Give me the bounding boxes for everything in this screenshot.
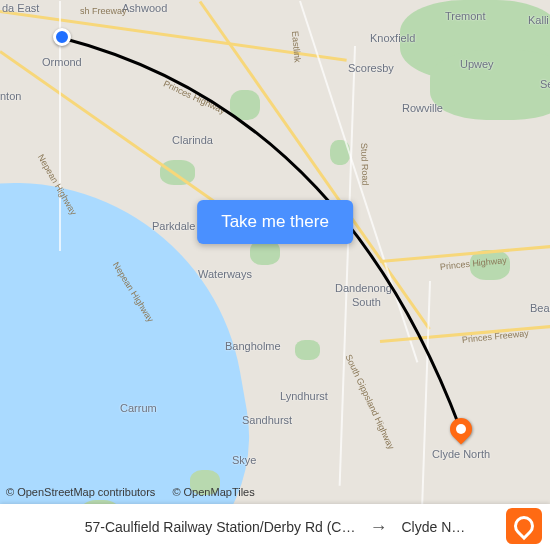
place-label: Clarinda	[172, 134, 213, 146]
place-label: South	[352, 296, 381, 308]
destination-marker[interactable]	[445, 413, 476, 444]
place-label: Lyndhurst	[280, 390, 328, 402]
route-to-label: Clyde N…	[401, 519, 465, 535]
park-area	[230, 90, 260, 120]
take-me-there-button[interactable]: Take me there	[197, 200, 353, 244]
route-banner[interactable]: 57-Caulfield Railway Station/Derby Rd (C…	[0, 504, 550, 550]
place-label: Sandhurst	[242, 414, 292, 426]
place-label: Parkdale	[152, 220, 195, 232]
route-from-label: 57-Caulfield Railway Station/Derby Rd (C…	[85, 519, 356, 535]
road-label: South Gippsland Highway	[343, 353, 396, 451]
road-line	[299, 1, 418, 363]
road-label: Stud Road	[359, 143, 370, 186]
arrow-right-icon: →	[369, 518, 387, 536]
park-area	[295, 340, 320, 360]
place-label: Ormond	[42, 56, 82, 68]
place-label: Clyde North	[432, 448, 490, 460]
place-label: Waterways	[198, 268, 252, 280]
road-label: Eastlink	[290, 31, 303, 63]
park-area	[430, 50, 550, 120]
road-line	[380, 243, 550, 263]
place-label: Ashwood	[122, 2, 167, 14]
park-area	[160, 160, 195, 185]
map-canvas[interactable]: da EastAshwoodKnoxfieldTremontKalliOrmon…	[0, 0, 550, 550]
attribution-osm: © OpenStreetMap contributors	[6, 486, 155, 498]
origin-marker[interactable]	[53, 28, 71, 46]
road-label: sh Freeway	[80, 6, 127, 16]
place-label: Dandenong	[335, 282, 392, 294]
road-line	[339, 46, 356, 486]
road-label: Princes Highway	[162, 78, 227, 115]
moovit-logo-icon[interactable]	[506, 508, 542, 544]
place-label: nton	[0, 90, 21, 102]
place-label: Beac	[530, 302, 550, 314]
map-attribution: © OpenStreetMap contributors © OpenMapTi…	[6, 486, 269, 498]
attribution-omt: © OpenMapTiles	[172, 486, 254, 498]
